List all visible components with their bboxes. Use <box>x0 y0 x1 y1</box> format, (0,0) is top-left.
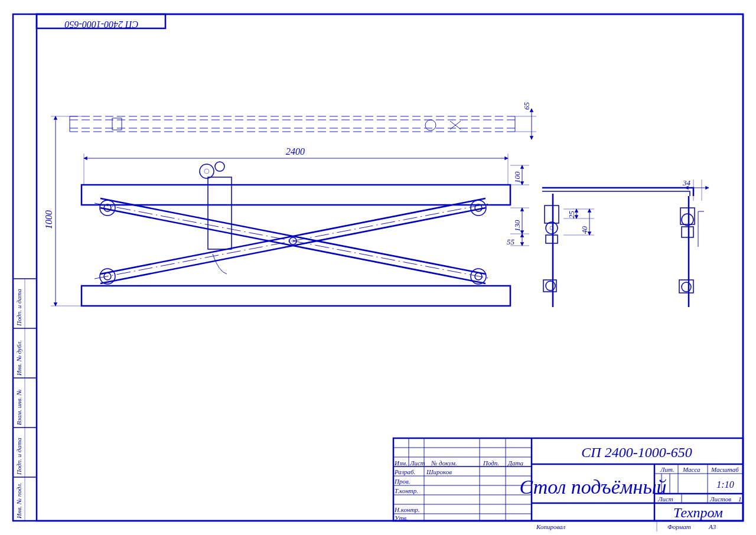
svg-text:40: 40 <box>580 226 589 234</box>
dim-2400: 2400 <box>84 146 508 185</box>
svg-text:Копировал: Копировал <box>536 523 566 530</box>
svg-text:Н.контр.: Н.контр. <box>394 506 420 513</box>
drawing-title: Стол подъёмный <box>520 476 667 498</box>
svg-point-66 <box>682 214 693 226</box>
top-left-designation-box: СП 2400-1000-650 <box>37 14 165 30</box>
svg-text:Пров.: Пров. <box>394 478 410 485</box>
svg-text:25: 25 <box>567 211 576 219</box>
svg-text:1000: 1000 <box>44 210 54 229</box>
drawing-sheet: СП 2400-1000-650 Подп. и дата Инв. № дуб… <box>0 0 756 535</box>
svg-text:Дата: Дата <box>507 459 524 467</box>
svg-text:Т.контр.: Т.контр. <box>395 487 418 494</box>
cylinder <box>200 162 232 274</box>
svg-rect-58 <box>545 205 559 223</box>
svg-point-33 <box>204 169 209 174</box>
svg-rect-18 <box>82 286 510 306</box>
svg-text:1: 1 <box>738 495 742 503</box>
dims-right-stack: 100 130 55 <box>507 165 529 246</box>
svg-point-32 <box>200 164 214 178</box>
svg-text:Подп.: Подп. <box>483 459 499 467</box>
side-elevation <box>82 162 510 306</box>
svg-text:Масса: Масса <box>682 466 700 473</box>
svg-text:Разраб.: Разраб. <box>394 468 415 475</box>
designation-mirrored: СП 2400-1000-650 <box>65 19 139 30</box>
sidebar-podp-data2: Подп. и дата <box>15 289 22 327</box>
plan-view <box>70 116 515 132</box>
title-block: Изм. Лист № докум. Подп. Дата Разраб. Ши… <box>393 438 743 521</box>
svg-text:А3: А3 <box>708 523 716 530</box>
designation: СП 2400-1000-650 <box>581 445 692 460</box>
svg-text:Формат: Формат <box>667 523 691 530</box>
svg-text:130: 130 <box>513 220 522 231</box>
dim-65: 65 <box>515 102 536 140</box>
svg-text:2400: 2400 <box>286 146 305 156</box>
detail-view: 34 25 <box>542 178 709 307</box>
svg-point-70 <box>682 282 691 292</box>
svg-text:Лист: Лист <box>657 495 673 503</box>
company: Техпром <box>673 505 723 520</box>
svg-text:№ докум.: № докум. <box>431 459 457 467</box>
svg-text:55: 55 <box>507 237 515 246</box>
svg-text:34: 34 <box>682 178 691 187</box>
svg-rect-67 <box>682 227 693 237</box>
svg-text:1:10: 1:10 <box>716 479 734 490</box>
bottom-strip: Копировал Формат А3 <box>536 521 716 531</box>
svg-point-59 <box>546 222 558 234</box>
sidebar-inv-podl: Инв. № подл. <box>15 482 22 519</box>
sidebar: Подп. и дата Инв. № дубл. Взам. инв. № П… <box>13 279 37 521</box>
dim-1000: 1000 <box>44 116 82 306</box>
front-view: 65 <box>44 102 536 306</box>
sidebar-podp-data1: Подп. и дата <box>15 438 22 475</box>
svg-text:Лист: Лист <box>409 459 425 467</box>
sidebar-inv-dubl: Инв. № дубл. <box>15 340 22 376</box>
svg-text:Листов: Листов <box>709 495 731 503</box>
svg-text:Изм.: Изм. <box>394 459 408 467</box>
svg-text:Лит.: Лит. <box>660 466 674 473</box>
svg-text:Утв.: Утв. <box>395 514 408 521</box>
svg-rect-31 <box>208 177 232 249</box>
svg-text:100: 100 <box>513 171 522 183</box>
svg-text:65: 65 <box>522 102 531 110</box>
svg-rect-17 <box>82 185 510 205</box>
svg-point-34 <box>215 162 224 171</box>
svg-rect-61 <box>546 235 558 243</box>
svg-point-64 <box>546 281 555 291</box>
svg-text:Масштаб: Масштаб <box>711 466 739 473</box>
sidebar-vzam: Взам. инв. № <box>15 389 22 425</box>
svg-text:Широков: Широков <box>426 468 452 475</box>
